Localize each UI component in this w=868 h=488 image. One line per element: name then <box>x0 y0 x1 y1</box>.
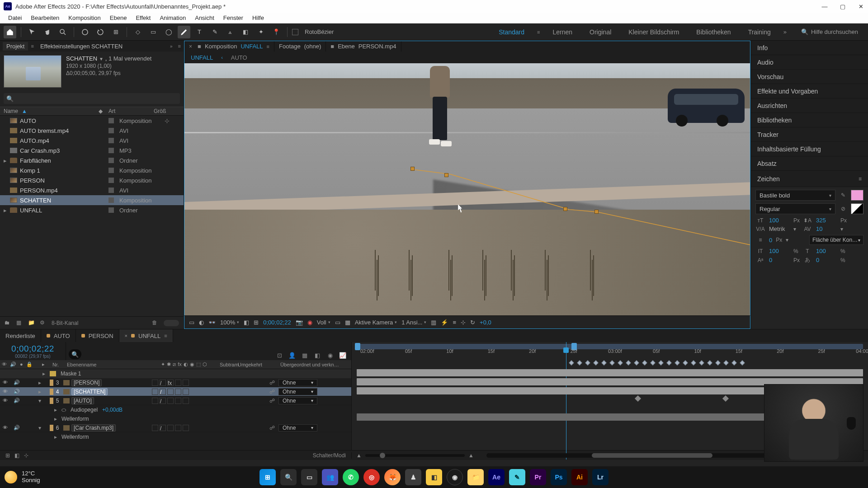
expand-icon[interactable]: ▸ <box>34 380 45 386</box>
label-color[interactable] <box>108 168 114 173</box>
pixel-aspect-icon[interactable]: ▥ <box>431 319 436 326</box>
transparency-icon[interactable]: ▦ <box>345 319 350 326</box>
mask-name[interactable]: Maske 1 <box>61 371 81 377</box>
project-row[interactable]: Komp 1Komposition <box>0 165 184 175</box>
tab-tl-auto[interactable]: AUTO <box>41 329 76 342</box>
parent-dropdown[interactable]: Ohne▾ <box>278 424 317 432</box>
tab-layer-person[interactable]: PERSON.mp4 <box>359 43 396 50</box>
keyframe[interactable] <box>675 360 679 365</box>
taskbar-firefox[interactable]: 🦊 <box>384 469 401 485</box>
resolution-dropdown[interactable]: Voll ▾ <box>317 319 330 326</box>
kerning-value[interactable]: Metrik <box>769 225 790 232</box>
expand-icon[interactable]: ▾ <box>34 425 45 431</box>
keyframe[interactable] <box>634 360 639 365</box>
pen-tool[interactable] <box>178 26 190 38</box>
taskbar-app-yellow[interactable]: ◧ <box>426 469 442 485</box>
speaker-icon[interactable]: 🔊 <box>14 380 20 385</box>
taskbar-search[interactable]: 🔍 <box>280 469 297 485</box>
label-color[interactable] <box>108 148 114 153</box>
vscale-value[interactable]: 100 <box>769 248 790 254</box>
panel-info[interactable]: Info <box>751 41 868 55</box>
maximize-button[interactable]: ▢ <box>839 3 846 10</box>
col-size[interactable]: Größ <box>154 108 180 114</box>
layer-color[interactable] <box>50 389 53 395</box>
keyframe[interactable] <box>650 360 655 365</box>
layer-search[interactable]: 🔍 <box>69 349 81 359</box>
taskbar-after-effects[interactable]: Ae <box>488 469 505 485</box>
shy-icon[interactable]: 👤 <box>288 351 296 359</box>
draft3d-icon[interactable]: ▦ <box>301 351 309 359</box>
comp-settings-icon[interactable]: ⊡ <box>275 351 283 359</box>
panel-bibliotheken[interactable]: Bibliotheken <box>751 113 868 127</box>
parent-dropdown[interactable]: Ohne▾ <box>278 397 317 404</box>
keyframe[interactable] <box>585 360 590 365</box>
panel-ausrichten[interactable]: Ausrichten <box>751 99 868 113</box>
tab-effekteinstellungen[interactable]: Effekteinstellungen SCHATTEN <box>37 42 126 51</box>
keyframe[interactable] <box>658 360 663 365</box>
layer-color[interactable] <box>50 380 53 386</box>
flowchart-icon[interactable]: ⊹ <box>461 319 466 326</box>
tab-tl-unfall[interactable]: ×UNFALL≡ <box>119 329 173 342</box>
tab-footage[interactable]: (ohne) <box>304 43 321 50</box>
menu-fenster[interactable]: Fenster <box>219 14 248 22</box>
tab-projekt[interactable]: Projekt <box>3 42 28 51</box>
taskbar-premiere[interactable]: Pr <box>530 469 546 485</box>
label-color[interactable] <box>108 138 114 143</box>
label-color[interactable] <box>108 118 114 123</box>
playhead-line[interactable] <box>566 350 566 450</box>
graph-editor-icon[interactable]: 📈 <box>339 351 347 359</box>
project-item-name[interactable]: SCHATTEN▼ , 1 Mal verwendet <box>66 55 151 62</box>
keyframe[interactable] <box>723 360 728 365</box>
keyframe[interactable] <box>699 360 704 365</box>
camera-tool[interactable]: ⊞ <box>109 26 122 38</box>
pickwhip-icon[interactable]: ☍ <box>269 398 275 404</box>
panel-menu-icon[interactable]: ≡ <box>859 176 862 182</box>
ellipse-tool[interactable]: ◯ <box>162 26 175 38</box>
timeline-timecode[interactable]: 0;00;02;22 00082 (29,97 fps) <box>0 342 66 360</box>
rect-tool[interactable]: ▭ <box>147 26 160 38</box>
motion-blur-icon[interactable]: ◉ <box>326 351 334 359</box>
eye-icon[interactable]: 👁 <box>3 380 8 385</box>
minimize-button[interactable]: — <box>821 3 828 10</box>
panel-audio[interactable]: Audio <box>751 55 868 70</box>
workspace-biblio[interactable]: Bibliotheken <box>692 26 735 38</box>
layer-row[interactable]: 👁🔊▾6[Car Crash.mp3]/☍Ohne▾ <box>0 423 351 432</box>
project-row[interactable]: Car Crash.mp3MP3 <box>0 145 184 155</box>
project-row[interactable]: AUTOKomposition⊹ <box>0 116 184 126</box>
expand-icon[interactable]: ▾ <box>34 398 45 404</box>
rotobezier-checkbox[interactable] <box>292 29 298 35</box>
snapshot-icon[interactable]: 📷 <box>296 319 303 326</box>
pickwhip-icon[interactable]: ☍ <box>269 380 275 386</box>
menu-bearbeiten[interactable]: Bearbeiten <box>26 14 64 22</box>
parent-dropdown[interactable]: Ohne▾ <box>278 388 317 395</box>
keyframe[interactable] <box>577 360 582 365</box>
tab-menu-icon[interactable]: ≡ <box>267 44 269 49</box>
workspace-kleiner[interactable]: Kleiner Bildschirm <box>624 26 684 38</box>
waveform-row[interactable]: ▸Wellenform <box>0 432 351 441</box>
panel-absatz[interactable]: Absatz <box>751 156 868 171</box>
keyframe[interactable] <box>642 360 647 365</box>
mask-keyframes[interactable] <box>570 360 744 366</box>
workspace-lernen[interactable]: Lernen <box>548 26 577 38</box>
col-name[interactable]: Name <box>4 108 18 114</box>
tab-close-icon[interactable]: × <box>189 43 192 50</box>
taskbar-notepad[interactable]: ✎ <box>509 469 525 485</box>
panel-tracker[interactable]: Tracker <box>751 127 868 142</box>
keyframe[interactable] <box>731 360 736 365</box>
roto-tool[interactable]: ✦ <box>255 26 267 38</box>
clone-tool[interactable]: ⟁ <box>224 26 236 38</box>
expand-icon[interactable]: ▸ <box>34 389 45 395</box>
zoom-tool[interactable] <box>57 26 69 38</box>
switches-modes-toggle[interactable]: Schalter/Modi <box>313 452 346 459</box>
project-row[interactable]: SCHATTENKomposition <box>0 195 184 205</box>
hscale-value[interactable]: 100 <box>816 248 837 254</box>
sort-icon[interactable]: ▲ <box>22 108 27 114</box>
mask-vertex[interactable] <box>594 210 599 214</box>
taskbar-app-red[interactable]: ◎ <box>363 469 380 485</box>
workspace-standard[interactable]: Standard <box>494 26 529 38</box>
menu-datei[interactable]: Datei <box>4 14 26 22</box>
label-color[interactable] <box>108 207 114 213</box>
parent-dropdown[interactable]: Ohne▾ <box>278 379 317 386</box>
adjust-icon[interactable]: ⚙ <box>40 319 47 327</box>
workspace-original[interactable]: Original <box>585 26 616 38</box>
